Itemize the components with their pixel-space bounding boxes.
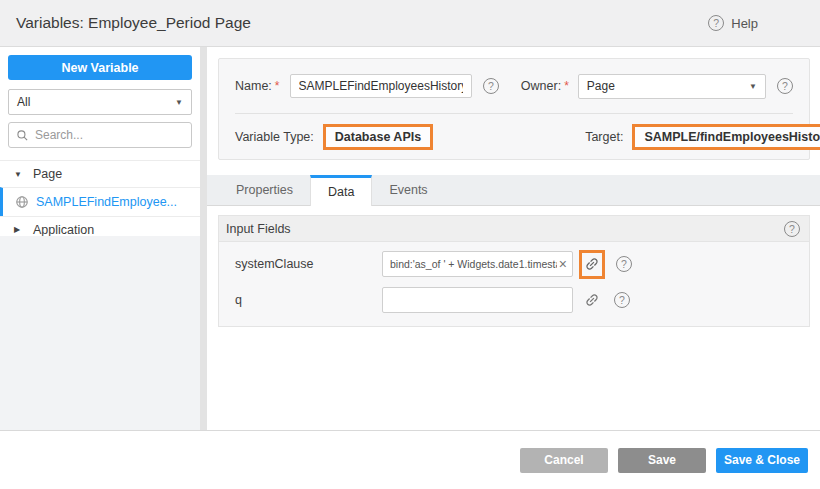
service-variable-icon xyxy=(15,195,36,209)
systemclause-value: bind:'as_of ' + Widgets.date1.timestam xyxy=(390,258,557,270)
variables-tree: ▼ Page SAMPLEFindEmployee... ▶ Applicati… xyxy=(0,160,200,243)
input-field-row-systemclause: systemClause bind:'as_of ' + Widgets.dat… xyxy=(219,246,809,282)
owner-label: Owner: xyxy=(521,79,561,93)
tab-events[interactable]: Events xyxy=(372,175,444,205)
tab-properties[interactable]: Properties xyxy=(219,175,310,205)
help-label[interactable]: Help xyxy=(731,16,758,31)
detail-tab-bar: Properties Data Events xyxy=(207,175,820,206)
input-fields-header: Input Fields ? xyxy=(219,216,809,242)
tree-item-variable-label: SAMPLEFindEmployee... xyxy=(36,195,177,209)
tree-expanded-icon[interactable]: ▼ xyxy=(14,170,24,179)
chevron-down-icon: ▼ xyxy=(175,98,183,107)
main-panel: Name: * ? Owner: * Page ▼ ? Variable Typ… xyxy=(207,47,820,430)
new-variable-button[interactable]: New Variable xyxy=(8,55,192,80)
link-icon xyxy=(584,256,600,272)
input-fields-body: systemClause bind:'as_of ' + Widgets.dat… xyxy=(219,242,809,326)
systemclause-label: systemClause xyxy=(219,257,375,271)
input-fields-help-icon[interactable]: ? xyxy=(784,221,800,237)
help-button[interactable]: ? Help xyxy=(708,15,758,31)
search-icon xyxy=(16,129,29,142)
input-field-row-q: q ? xyxy=(219,282,809,318)
dialog-footer: Cancel Save Save & Close xyxy=(0,431,820,489)
save-and-close-button[interactable]: Save & Close xyxy=(716,448,808,473)
variable-type-highlight: Database APIs xyxy=(323,124,433,150)
target-label: Target: xyxy=(585,130,623,144)
tree-group-application-label: Application xyxy=(33,223,94,237)
variable-search-box[interactable] xyxy=(8,122,192,148)
variables-sidebar: New Variable All ▼ ▼ Page xyxy=(0,47,200,430)
tree-group-page[interactable]: ▼ Page xyxy=(0,160,200,187)
tree-group-page-label: Page xyxy=(33,167,62,181)
save-button[interactable]: Save xyxy=(618,448,706,473)
q-help-icon[interactable]: ? xyxy=(614,292,630,308)
name-help-icon[interactable]: ? xyxy=(483,78,499,94)
name-required-marker: * xyxy=(275,79,280,93)
help-icon[interactable]: ? xyxy=(708,15,724,31)
systemclause-help-icon[interactable]: ? xyxy=(616,256,632,272)
q-label: q xyxy=(219,293,375,307)
owner-selected-value: Page xyxy=(587,79,615,93)
variables-dialog: Variables: Employee_Period Page ? Help N… xyxy=(0,0,820,489)
variable-filter-value: All xyxy=(17,95,30,109)
dialog-header: Variables: Employee_Period Page ? Help xyxy=(0,0,820,47)
variable-type-label: Variable Type: xyxy=(235,130,314,144)
tree-collapsed-icon[interactable]: ▶ xyxy=(14,225,24,234)
owner-help-icon[interactable]: ? xyxy=(777,78,793,94)
sidebar-controls: New Variable All ▼ xyxy=(0,47,200,156)
input-fields-title: Input Fields xyxy=(226,222,291,236)
owner-required-marker: * xyxy=(564,79,569,93)
page-title: Variables: Employee_Period Page xyxy=(16,14,251,32)
sidebar-empty-area xyxy=(0,236,200,430)
cancel-button[interactable]: Cancel xyxy=(520,448,608,473)
type-target-row: Variable Type: Database APIs Target: SAM… xyxy=(219,114,809,159)
chevron-down-icon: ▼ xyxy=(749,82,757,91)
target-highlight: SAMPLE/findEmployeesHistory xyxy=(632,124,820,150)
tab-data[interactable]: Data xyxy=(310,175,372,206)
systemclause-input[interactable]: bind:'as_of ' + Widgets.date1.timestam × xyxy=(382,251,573,277)
owner-select[interactable]: Page ▼ xyxy=(578,74,766,99)
systemclause-bind-button-highlight[interactable] xyxy=(579,250,605,279)
search-input[interactable] xyxy=(35,128,184,142)
name-label: Name: xyxy=(235,79,272,93)
input-fields-panel: Input Fields ? systemClause bind:'as_of … xyxy=(218,215,810,327)
q-input[interactable] xyxy=(382,287,573,313)
variable-filter-select[interactable]: All ▼ xyxy=(8,89,192,115)
tree-item-variable-selected[interactable]: SAMPLEFindEmployee... xyxy=(0,187,200,216)
sidebar-main-divider xyxy=(200,47,207,430)
variable-summary-panel: Name: * ? Owner: * Page ▼ ? Variable Typ… xyxy=(218,58,810,160)
q-bind-button[interactable] xyxy=(581,287,603,313)
clear-binding-icon[interactable]: × xyxy=(559,257,567,271)
name-input[interactable] xyxy=(290,74,472,98)
name-owner-row: Name: * ? Owner: * Page ▼ ? xyxy=(219,59,809,113)
link-icon xyxy=(584,292,600,308)
